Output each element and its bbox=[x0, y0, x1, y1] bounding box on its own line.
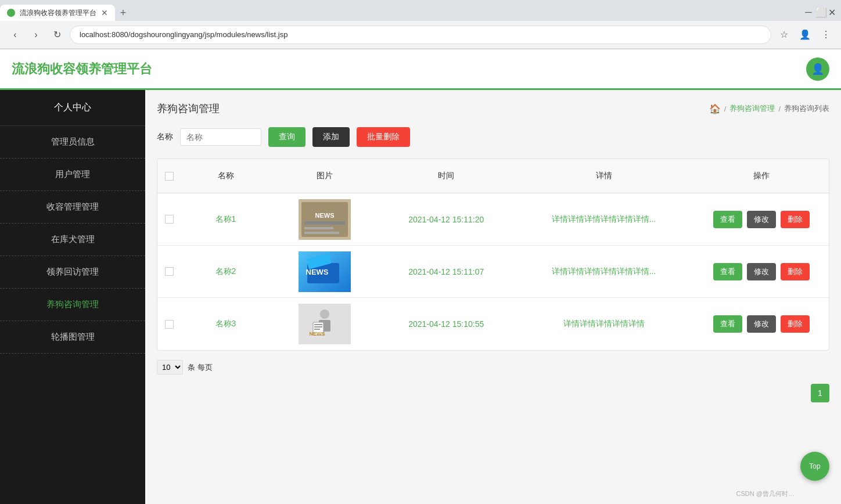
svg-text:NEWS: NEWS bbox=[310, 331, 325, 337]
breadcrumb: 🏠 / 养狗咨询管理 / 养狗咨询列表 bbox=[709, 103, 829, 114]
sidebar-item-adopt-mgmt[interactable]: 领养回访管理 bbox=[0, 256, 145, 289]
header-checkbox-input[interactable] bbox=[165, 172, 174, 181]
search-label: 名称 bbox=[157, 132, 173, 142]
account-btn[interactable]: 👤 bbox=[797, 27, 813, 43]
row2-delete-btn[interactable]: 删除 bbox=[781, 263, 810, 280]
row2-checkbox-input[interactable] bbox=[165, 267, 174, 276]
restore-btn[interactable]: ⬜ bbox=[815, 7, 825, 16]
header-checkbox[interactable] bbox=[157, 166, 181, 186]
app-title: 流浪狗收容领养管理平台 bbox=[12, 60, 152, 78]
table-header: 名称 图片 时间 详情 操作 bbox=[157, 159, 829, 193]
row1-checkbox[interactable] bbox=[157, 210, 181, 228]
row1-checkbox-input[interactable] bbox=[165, 215, 174, 224]
table-row: 名称1 NEWS 2021-04-12 15:11:20 bbox=[157, 193, 829, 246]
breadcrumb-current: 养狗咨询列表 bbox=[784, 103, 829, 114]
address-bar[interactable] bbox=[70, 26, 771, 44]
per-page-select[interactable]: 10 20 50 bbox=[157, 360, 183, 375]
main-content: 养狗咨询管理 🏠 / 养狗咨询管理 / 养狗咨询列表 名称 查询 添加 批量删除 bbox=[145, 90, 841, 504]
top-button[interactable]: Top bbox=[800, 452, 829, 481]
sidebar-header: 个人中心 bbox=[0, 90, 145, 126]
close-btn[interactable]: ✕ bbox=[827, 7, 836, 16]
row1-delete-btn[interactable]: 删除 bbox=[781, 211, 810, 228]
batch-delete-button[interactable]: 批量删除 bbox=[357, 127, 410, 147]
row1-image: NEWS bbox=[271, 195, 379, 244]
tab-favicon bbox=[7, 9, 15, 17]
svg-point-11 bbox=[320, 309, 329, 319]
menu-btn[interactable]: ⋮ bbox=[818, 27, 834, 43]
bookmark-btn[interactable]: ☆ bbox=[776, 27, 792, 43]
row3-image-preview: NEWS bbox=[299, 304, 351, 344]
row1-view-btn[interactable]: 查看 bbox=[713, 211, 742, 228]
row2-name[interactable]: 名称2 bbox=[181, 262, 271, 282]
app-body: 个人中心 管理员信息 用户管理 收容管理管理 在库犬管理 领养回访管理 养狗咨询… bbox=[0, 90, 841, 504]
search-button[interactable]: 查询 bbox=[268, 127, 306, 147]
browser-icons: ☆ 👤 ⋮ bbox=[776, 27, 834, 43]
row3-image: NEWS bbox=[271, 299, 379, 349]
tab-bar: 流浪狗收容领养管理平台 ✕ + ─ ⬜ ✕ bbox=[0, 0, 841, 21]
table-row: 名称3 bbox=[157, 298, 829, 350]
row3-time: 2021-04-12 15:10:55 bbox=[379, 315, 514, 333]
sidebar-item-banner-mgmt[interactable]: 轮播图管理 bbox=[0, 321, 145, 354]
svg-rect-4 bbox=[304, 227, 333, 229]
reload-btn[interactable]: ↻ bbox=[49, 27, 65, 43]
browser-chrome: 流浪狗收容领养管理平台 ✕ + ─ ⬜ ✕ ‹ › ↻ ☆ 👤 ⋮ bbox=[0, 0, 841, 49]
header-detail: 详情 bbox=[514, 166, 694, 186]
minimize-btn[interactable]: ─ bbox=[804, 7, 813, 16]
row2-checkbox[interactable] bbox=[157, 262, 181, 280]
row1-image-preview: NEWS bbox=[299, 199, 351, 240]
active-tab[interactable]: 流浪狗收容领养管理平台 ✕ bbox=[0, 5, 115, 21]
row3-checkbox-input[interactable] bbox=[165, 320, 174, 329]
breadcrumb-sep-2: / bbox=[778, 105, 781, 113]
row3-name[interactable]: 名称3 bbox=[181, 314, 271, 334]
row1-actions: 查看 修改 删除 bbox=[694, 206, 829, 233]
svg-rect-16 bbox=[314, 329, 320, 330]
row2-time: 2021-04-12 15:11:07 bbox=[379, 262, 514, 281]
page-title: 养狗咨询管理 bbox=[157, 102, 220, 116]
sidebar-item-admin-info[interactable]: 管理员信息 bbox=[0, 126, 145, 159]
pagination-area: 10 20 50 条 每页 bbox=[157, 360, 829, 375]
row2-edit-btn[interactable]: 修改 bbox=[747, 263, 776, 280]
row3-edit-btn[interactable]: 修改 bbox=[747, 315, 776, 333]
browser-controls: ‹ › ↻ ☆ 👤 ⋮ bbox=[0, 21, 841, 49]
row1-edit-btn[interactable]: 修改 bbox=[747, 211, 776, 228]
row1-detail: 详情详情详情详情详情详情... bbox=[514, 210, 694, 229]
row3-view-btn[interactable]: 查看 bbox=[713, 315, 742, 333]
sidebar-item-news-mgmt[interactable]: 养狗咨询管理 bbox=[0, 289, 145, 321]
search-bar: 名称 查询 添加 批量删除 bbox=[157, 127, 829, 147]
forward-btn[interactable]: › bbox=[28, 27, 44, 43]
row2-actions: 查看 修改 删除 bbox=[694, 258, 829, 285]
new-tab-btn[interactable]: + bbox=[115, 5, 131, 21]
row1-time: 2021-04-12 15:11:20 bbox=[379, 210, 514, 229]
tab-close-btn[interactable]: ✕ bbox=[101, 8, 108, 17]
back-btn[interactable]: ‹ bbox=[7, 27, 23, 43]
pagination-wrapper: 1 bbox=[157, 384, 829, 402]
row3-actions: 查看 修改 删除 bbox=[694, 311, 829, 337]
row3-checkbox[interactable] bbox=[157, 315, 181, 333]
add-button[interactable]: 添加 bbox=[312, 127, 350, 147]
page-header: 养狗咨询管理 🏠 / 养狗咨询管理 / 养狗咨询列表 bbox=[157, 102, 829, 116]
row2-view-btn[interactable]: 查看 bbox=[713, 263, 742, 280]
row1-name[interactable]: 名称1 bbox=[181, 210, 271, 229]
data-table: 名称 图片 时间 详情 操作 名称1 NEWS bbox=[157, 159, 829, 351]
search-input[interactable] bbox=[180, 128, 261, 146]
breadcrumb-section[interactable]: 养狗咨询管理 bbox=[729, 103, 775, 114]
user-avatar[interactable]: 👤 bbox=[806, 57, 829, 81]
tab-title: 流浪狗收容领养管理平台 bbox=[20, 8, 96, 18]
svg-rect-14 bbox=[314, 324, 322, 325]
row2-detail: 详情详情详情详情详情详情... bbox=[514, 262, 694, 282]
header-image: 图片 bbox=[271, 166, 379, 186]
svg-text:NEWS: NEWS bbox=[315, 212, 335, 219]
header-actions: 操作 bbox=[694, 166, 829, 186]
sidebar-item-dog-mgmt[interactable]: 在库犬管理 bbox=[0, 224, 145, 256]
page-1-btn[interactable]: 1 bbox=[811, 384, 829, 402]
svg-rect-5 bbox=[304, 232, 339, 234]
row3-detail: 详情详情详情详情详情 bbox=[514, 314, 694, 334]
breadcrumb-sep-1: / bbox=[724, 105, 727, 113]
row3-delete-btn[interactable]: 删除 bbox=[781, 315, 810, 333]
table-row: 名称2 bbox=[157, 246, 829, 298]
row2-image-preview: NEWS bbox=[299, 251, 351, 292]
sidebar-item-user-mgmt[interactable]: 用户管理 bbox=[0, 159, 145, 191]
sidebar-item-shelter-mgmt[interactable]: 收容管理管理 bbox=[0, 191, 145, 224]
breadcrumb-home-icon[interactable]: 🏠 bbox=[709, 103, 721, 114]
sidebar: 个人中心 管理员信息 用户管理 收容管理管理 在库犬管理 领养回访管理 养狗咨询… bbox=[0, 90, 145, 504]
